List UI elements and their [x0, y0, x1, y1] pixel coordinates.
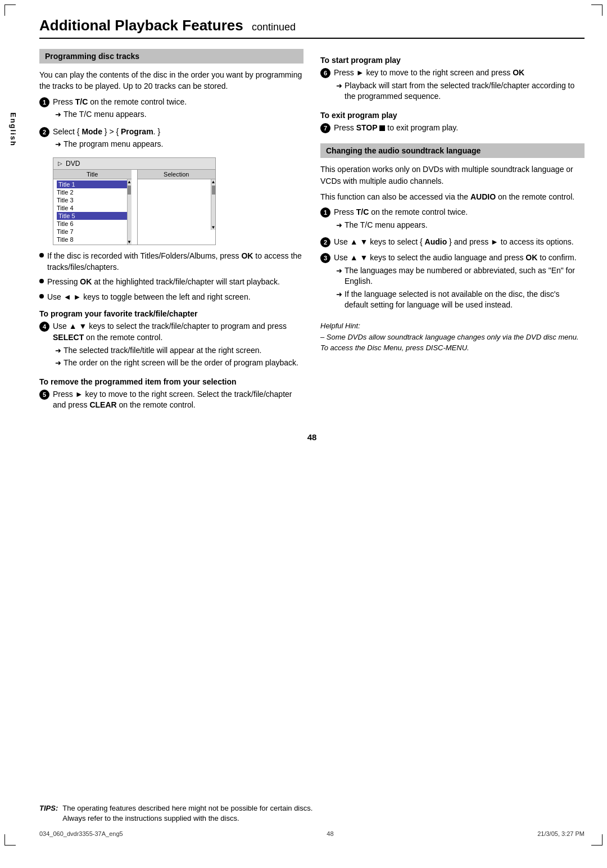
tips-label: TIPS: [39, 803, 58, 813]
footer-doc-id: 034_060_dvdr3355-37A_eng5 [39, 830, 123, 837]
bullet-2: Pressing OK at the highlighted track/fil… [39, 277, 304, 288]
page-number: 48 [307, 432, 317, 442]
step-1-arrow: ➜ The T/C menu appears. [53, 109, 304, 120]
page-title-main: Additional Playback Features [39, 17, 243, 34]
bullet-3: Use ◄ ► keys to toggle between the left … [39, 292, 304, 303]
bullet-dot-2 [39, 279, 44, 283]
audio-step-1-arrow: ➜ The T/C menu appears. [334, 220, 585, 231]
audio-step-1-num: 1 [320, 207, 330, 218]
dvd-col1-content: Title 1 Title 2 Title 3 Title 4 Title 5 … [53, 179, 132, 245]
page-title-area: Additional Playback Features continued [39, 17, 585, 39]
sub-heading-program: To program your favorite track/file/chap… [39, 309, 304, 318]
footer-date: 21/3/05, 3:27 PM [537, 830, 585, 837]
step-4-content: Use ▲ ▼ keys to select the track/file/ch… [53, 321, 304, 370]
scroll-down-right-icon: ▼ [211, 225, 216, 230]
step-2-program: Program [121, 127, 153, 136]
audio-bold: AUDIO [470, 192, 496, 201]
left-column: Programming disc tracks You can play the… [39, 49, 304, 415]
dvd-screen: ▷ DVD Title Title 1 Title 2 Title 3 Titl… [53, 157, 216, 245]
audio-intro-1: This operation works only on DVDs with m… [320, 164, 585, 187]
sidebar-english-label: English [9, 112, 17, 147]
sub-heading-start: To start program play [320, 56, 585, 65]
bullet-2-content: Pressing OK at the highlighted track/fil… [47, 277, 304, 288]
step-2-arrow: ➜ The program menu appears. [53, 139, 304, 150]
step-6-arrow1: ➜ Playback will start from the selected … [334, 80, 585, 102]
bullet-dot-3 [39, 294, 44, 299]
section-header-audio: Changing the audio soundtrack language [320, 143, 585, 158]
helpful-hint-text: – Some DVDs allow soundtrack language ch… [320, 333, 579, 352]
step-4: 4 Use ▲ ▼ keys to select the track/file/… [39, 321, 304, 370]
page-title: Additional Playback Features continued [39, 17, 585, 39]
audio-step-3-arrow1: ➜ The languages may be numbered or abbre… [334, 265, 585, 287]
footer-tips: TIPS: The operating features described h… [39, 803, 585, 824]
scroll-thumb [128, 186, 131, 195]
audio-step-2: 2 Use ▲ ▼ keys to select { Audio } and p… [320, 237, 585, 248]
dvd-row-2: Title 2 [57, 188, 128, 196]
dvd-row-1: Title 1 [57, 180, 128, 188]
step-5-content: Press ► key to move to the right screen.… [53, 389, 304, 411]
dvd-row-7: Title 7 [57, 228, 128, 236]
bullet-1-ok: OK [241, 251, 253, 260]
step-6-num: 6 [320, 68, 330, 78]
step-6-content: Press ► key to move to the right screen … [334, 67, 585, 104]
step-5: 5 Press ► key to move to the right scree… [39, 389, 304, 411]
tips-text1: The operating features described here mi… [62, 804, 312, 812]
dvd-screen-body: Title Title 1 Title 2 Title 3 Title 4 Ti… [53, 170, 215, 245]
right-column: To start program play 6 Press ► key to m… [320, 49, 585, 415]
dvd-row-3: Title 3 [57, 196, 128, 204]
audio-step-2-content: Use ▲ ▼ keys to select { Audio } and pre… [334, 237, 585, 248]
bullet-3-content: Use ◄ ► keys to toggle between the left … [47, 292, 304, 303]
step-6: 6 Press ► key to move to the right scree… [320, 67, 585, 104]
step-1-bold: T/C [75, 97, 88, 106]
scroll-thumb-right [212, 186, 215, 195]
step-4-select: SELECT [53, 333, 84, 342]
audio-step-1: 1 Press T/C on the remote control twice.… [320, 207, 585, 232]
page-title-continued: continued [252, 21, 296, 33]
step-1-content: Press T/C on the remote control twice. ➜… [53, 97, 304, 122]
helpful-hint: Helpful Hint: – Some DVDs allow soundtra… [320, 320, 585, 354]
sub-heading-remove: To remove the programmed item from your … [39, 377, 304, 386]
dvd-screen-title: ▷ DVD [53, 158, 215, 170]
dvd-scrollbar-left: ▲ ▼ [127, 179, 132, 245]
footer: TIPS: The operating features described h… [22, 803, 585, 837]
dvd-row-5: Title 5 [57, 212, 128, 220]
step-7-num: 7 [320, 123, 330, 133]
audio-intro-2: This function can also be accessed via t… [320, 191, 585, 202]
section-header-programming: Programming disc tracks [39, 49, 304, 64]
audio-step-2-audio: Audio [425, 237, 447, 246]
step-4-arrow1: ➜ The selected track/file/title will app… [53, 345, 304, 356]
helpful-hint-label: Helpful Hint: [320, 322, 360, 330]
audio-step-3: 3 Use ▲ ▼ keys to select the audio langu… [320, 252, 585, 313]
audio-step-3-arrow2: ➜ If the language selected is not availa… [334, 289, 585, 311]
step-7-content: Press STOP to exit program play. [334, 123, 585, 134]
scroll-up-icon: ▲ [127, 179, 132, 184]
dvd-title-text: DVD [66, 160, 80, 168]
dvd-play-icon: ▷ [58, 160, 62, 166]
sub-heading-exit: To exit program play [320, 111, 585, 120]
step-7-stop: STOP [356, 123, 378, 132]
scroll-down-icon: ▼ [127, 239, 132, 245]
dvd-col2-header: Selection [138, 170, 216, 179]
page-number-center: 48 [39, 432, 585, 442]
dvd-row-4: Title 4 [57, 204, 128, 212]
step-2-mode: Mode [81, 127, 102, 136]
step-2-content: Select { Mode } > { Program. } ➜ The pro… [53, 126, 304, 152]
step-1-num: 1 [39, 97, 49, 107]
footer-page-num: 48 [327, 830, 333, 837]
audio-step-3-num: 3 [320, 253, 330, 263]
dvd-col-selection: Selection ▲ ▼ [138, 170, 216, 245]
step-1: 1 Press T/C on the remote control twice.… [39, 97, 304, 122]
footer-bottom: 034_060_dvdr3355-37A_eng5 48 21/3/05, 3:… [39, 830, 585, 837]
dvd-scrollbar-right: ▲ ▼ [211, 179, 215, 230]
audio-step-1-tc: T/C [356, 207, 369, 216]
bullet-1-content: If the disc is recorded with Titles/Fold… [47, 251, 304, 273]
dvd-col-titles: Title Title 1 Title 2 Title 3 Title 4 Ti… [53, 170, 138, 245]
tips-content: The operating features described here mi… [62, 803, 312, 824]
step-5-num: 5 [39, 390, 49, 400]
step-2-num: 2 [39, 127, 49, 137]
step-7: 7 Press STOP to exit program play. [320, 123, 585, 134]
audio-step-3-content: Use ▲ ▼ keys to select the audio languag… [334, 252, 585, 313]
dvd-col1-header: Title [53, 170, 132, 179]
stop-icon [379, 125, 385, 131]
audio-step-3-ok: OK [526, 253, 537, 262]
